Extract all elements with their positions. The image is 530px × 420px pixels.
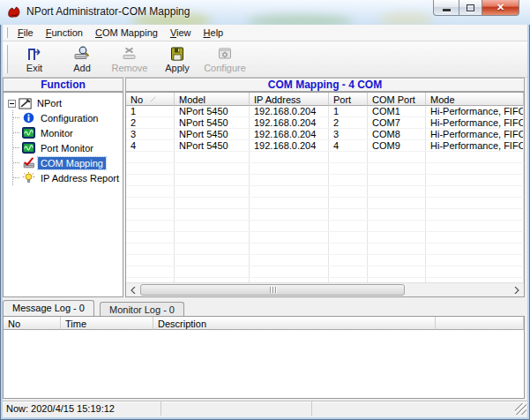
minimize-icon: [443, 9, 451, 11]
configure-button[interactable]: Configure: [202, 43, 248, 76]
column-header-model[interactable]: Model: [175, 93, 250, 106]
exit-button[interactable]: Exit: [11, 43, 57, 76]
toolbar-grip[interactable]: [5, 45, 8, 73]
minimize-button[interactable]: [433, 0, 459, 16]
com-mapping-panel-header: COM Mapping - 4 COM: [125, 78, 525, 92]
resize-grip[interactable]: [515, 403, 526, 415]
toolbar-grip[interactable]: [5, 27, 8, 39]
com-mapping-table: No Model IP Address Port COM Port Mode 1…: [126, 93, 524, 282]
title-bar: NPort Administrator-COM Mapping ✕: [0, 0, 530, 25]
table-empty-row: [126, 232, 524, 244]
column-header-no[interactable]: No: [126, 93, 175, 106]
menu-help[interactable]: Help: [198, 26, 230, 40]
column-header-com-port[interactable]: COM Port: [368, 93, 426, 106]
sort-ascending-icon: [150, 96, 156, 102]
port-monitor-icon: [22, 142, 35, 154]
log-column-time[interactable]: Time: [61, 317, 153, 330]
log-header-row: No Time Description: [4, 317, 524, 330]
column-header-mode[interactable]: Mode: [426, 93, 524, 106]
add-icon: [72, 45, 92, 63]
table-empty-row: [126, 266, 524, 278]
configure-icon: [215, 45, 235, 63]
tree-item-port-monitor[interactable]: Port Monitor: [13, 140, 123, 155]
status-bar: Now: 2020/4/15 15:19:12: [3, 401, 527, 416]
remove-icon: [120, 45, 139, 63]
table-empty-row: [126, 209, 524, 221]
table-row[interactable]: 3 NPort 5450 192.168.0.204 3 COM8 Hi-Per…: [126, 129, 524, 140]
tree-item-ip-address-report[interactable]: IP Address Report: [13, 170, 123, 185]
apply-button[interactable]: Apply: [154, 43, 200, 76]
nport-device-icon: [19, 98, 32, 109]
tree-children: Configuration Monitor Port Monitor: [12, 110, 123, 185]
aero-glass-blur: [247, 14, 353, 25]
table-empty-rows: [126, 152, 524, 282]
log-column-description[interactable]: Description: [153, 317, 436, 330]
exit-icon: [25, 45, 44, 63]
tree-root-label: NPort: [34, 97, 64, 109]
table-row[interactable]: 1 NPort 5450 192.168.0.204 1 COM1 Hi-Per…: [126, 106, 524, 117]
column-header-port[interactable]: Port: [329, 93, 368, 106]
com-mapping-icon: [22, 157, 35, 169]
table-empty-row: [126, 175, 524, 186]
table-row[interactable]: 4 NPort 5450 192.168.0.204 4 COM9 Hi-Per…: [126, 140, 524, 152]
info-icon: [22, 112, 35, 124]
function-panel-header: Function: [3, 78, 123, 92]
table-empty-row: [126, 163, 524, 175]
table-header-row: No Model IP Address Port COM Port Mode: [126, 93, 524, 106]
maximize-icon: [467, 4, 474, 11]
status-section: [161, 401, 312, 416]
tab-message-log[interactable]: Message Log - 0: [3, 300, 94, 316]
table-empty-row: [126, 152, 524, 163]
remove-button[interactable]: Remove: [107, 43, 153, 76]
table-empty-row: [126, 244, 524, 255]
tab-monitor-log[interactable]: Monitor Log - 0: [100, 302, 184, 316]
toolbar: Exit Add Remove Appl: [3, 41, 527, 78]
collapse-icon[interactable]: [8, 100, 16, 108]
tree-item-configuration[interactable]: Configuration: [13, 110, 123, 125]
table-row[interactable]: 2 NPort 5450 192.168.0.204 2 COM7 Hi-Per…: [126, 117, 524, 129]
menu-com-mapping[interactable]: COM Mapping: [89, 26, 164, 40]
monitor-icon: [22, 127, 35, 139]
close-button[interactable]: ✕: [482, 0, 519, 16]
horizontal-scrollbar[interactable]: [126, 282, 524, 296]
scroll-right-arrow-icon[interactable]: [510, 283, 524, 296]
menu-file[interactable]: File: [11, 26, 40, 40]
scrollbar-thumb[interactable]: [140, 284, 405, 296]
table-empty-row: [126, 221, 524, 232]
maximize-button[interactable]: [459, 0, 482, 16]
log-tabstrip: Message Log - 0 Monitor Log - 0: [3, 300, 527, 316]
add-button[interactable]: Add: [59, 43, 105, 76]
scroll-left-arrow-icon[interactable]: [126, 283, 140, 296]
tree-item-com-mapping[interactable]: COM Mapping: [13, 155, 123, 170]
bulb-icon: [22, 172, 35, 184]
table-empty-row: [126, 198, 524, 209]
table-empty-row: [126, 186, 524, 198]
app-window: NPort Administrator-COM Mapping ✕ File F…: [0, 0, 530, 420]
window-controls: ✕: [433, 0, 519, 16]
log-column-no[interactable]: No: [4, 317, 61, 330]
column-header-ip-address[interactable]: IP Address: [250, 93, 329, 106]
apply-icon: [168, 45, 187, 63]
table-empty-row: [126, 255, 524, 266]
tree-item-monitor[interactable]: Monitor: [13, 125, 123, 140]
log-column-blank: [436, 317, 524, 330]
com-mapping-table-panel: No Model IP Address Port COM Port Mode 1…: [125, 92, 525, 297]
status-clock: Now: 2020/4/15 15:19:12: [3, 401, 161, 416]
close-icon: ✕: [496, 2, 504, 13]
message-log-panel: No Time Description: [3, 316, 525, 399]
log-body-empty: [4, 330, 524, 398]
moxa-app-icon: [7, 5, 21, 19]
menu-view[interactable]: View: [164, 26, 198, 40]
aero-glass-blur: [379, 12, 432, 25]
menu-function[interactable]: Function: [40, 26, 89, 40]
menu-bar: File Function COM Mapping View Help: [3, 25, 527, 41]
function-tree: NPort Configuration Monitor: [3, 92, 123, 297]
status-section: [312, 401, 527, 416]
tree-root-nport[interactable]: NPort: [8, 96, 123, 110]
window-title: NPort Administrator-COM Mapping: [26, 5, 190, 18]
